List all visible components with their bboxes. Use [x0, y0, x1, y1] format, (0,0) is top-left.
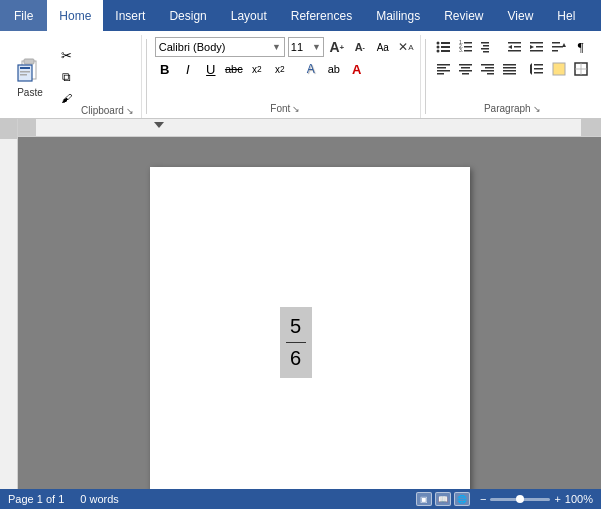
font-grow-button[interactable]: A+: [327, 37, 347, 57]
italic-button[interactable]: I: [178, 59, 198, 79]
subscript-button[interactable]: x2: [247, 59, 267, 79]
svg-rect-32: [552, 50, 558, 52]
read-mode-button[interactable]: 📖: [435, 492, 451, 506]
page[interactable]: 5 6: [150, 167, 470, 489]
tab-mailings[interactable]: Mailings: [364, 0, 432, 31]
align-left-button[interactable]: [434, 59, 454, 79]
clipboard-expand[interactable]: ↘: [126, 106, 134, 116]
horizontal-ruler: [18, 119, 601, 137]
show-formatting-button[interactable]: ¶: [571, 37, 591, 57]
font-shrink-button[interactable]: A-: [350, 37, 370, 57]
align-right-button[interactable]: [478, 59, 498, 79]
fraction-denominator: 6: [290, 347, 301, 370]
decrease-indent-button[interactable]: [505, 37, 525, 57]
cut-button[interactable]: ✂: [52, 46, 80, 66]
svg-rect-11: [441, 50, 450, 52]
svg-rect-7: [441, 42, 450, 44]
bold-button[interactable]: B: [155, 59, 175, 79]
svg-rect-34: [437, 64, 450, 66]
svg-rect-50: [534, 64, 543, 66]
para-row1: 1.2.3. ¶: [434, 37, 591, 57]
svg-rect-17: [464, 50, 472, 52]
tab-insert[interactable]: Insert: [103, 0, 157, 31]
tab-home[interactable]: Home: [47, 0, 103, 31]
zoom-percent: 100%: [565, 493, 593, 505]
line-spacing-button[interactable]: [527, 59, 547, 79]
svg-rect-36: [437, 70, 450, 72]
copy-icon: ⧉: [62, 70, 71, 84]
ruler-left-margin: [18, 119, 36, 136]
status-bar-right: ▣ 📖 🌐 − + 100%: [416, 492, 593, 506]
svg-rect-46: [503, 64, 516, 66]
bullets-button[interactable]: [434, 37, 454, 57]
strikethrough-button[interactable]: abc: [224, 59, 244, 79]
paragraph-group-inner: 1.2.3. ¶: [434, 37, 591, 79]
svg-rect-9: [441, 46, 450, 48]
page-count: Page 1 of 1: [8, 493, 64, 505]
svg-point-10: [436, 50, 439, 53]
svg-rect-51: [534, 68, 543, 70]
print-layout-button[interactable]: ▣: [416, 492, 432, 506]
svg-rect-31: [552, 46, 563, 48]
sort-button[interactable]: [549, 37, 569, 57]
justify-button[interactable]: [500, 59, 520, 79]
svg-marker-27: [530, 45, 534, 49]
svg-rect-41: [462, 73, 469, 75]
tab-help[interactable]: Hel: [545, 0, 587, 31]
svg-rect-3: [20, 67, 30, 69]
document-area[interactable]: 5 6: [18, 137, 601, 489]
tab-references[interactable]: References: [279, 0, 364, 31]
ruler-left-indent-marker[interactable]: [154, 122, 164, 128]
format-painter-icon: 🖌: [61, 92, 72, 104]
svg-rect-40: [459, 70, 472, 72]
web-layout-button[interactable]: 🌐: [454, 492, 470, 506]
tab-design[interactable]: Design: [157, 0, 218, 31]
font-size-input[interactable]: 11 ▼: [288, 37, 324, 57]
copy-button[interactable]: ⧉: [52, 67, 80, 87]
vertical-ruler: [0, 119, 18, 489]
svg-rect-38: [459, 64, 472, 66]
shading-button[interactable]: [549, 59, 569, 79]
clear-formatting-button[interactable]: ✕A: [396, 37, 416, 57]
paste-icon: [14, 55, 46, 87]
increase-indent-button[interactable]: [527, 37, 547, 57]
clipboard-group: Paste ✂ ⧉ 🖌 Clipboard ↘: [4, 35, 142, 118]
superscript-button[interactable]: x2: [270, 59, 290, 79]
zoom-in-button[interactable]: +: [554, 493, 560, 505]
svg-marker-33: [562, 43, 566, 47]
tab-file[interactable]: File: [0, 0, 47, 31]
svg-rect-20: [481, 48, 489, 50]
svg-rect-42: [481, 64, 494, 66]
svg-rect-22: [508, 42, 521, 44]
tab-layout[interactable]: Layout: [219, 0, 279, 31]
borders-button[interactable]: [571, 59, 591, 79]
highlight-color-button[interactable]: ab: [324, 59, 344, 79]
svg-rect-44: [481, 70, 494, 72]
underline-button[interactable]: U: [201, 59, 221, 79]
ruler-right-margin: [581, 119, 601, 136]
align-center-button[interactable]: [456, 59, 476, 79]
font-expand[interactable]: ↘: [292, 104, 300, 114]
numbering-button[interactable]: 1.2.3.: [456, 37, 476, 57]
svg-rect-54: [553, 63, 565, 75]
text-effects-button[interactable]: A: [301, 59, 321, 79]
font-color-button[interactable]: A: [347, 59, 367, 79]
font-name-input[interactable]: Calibri (Body) ▼: [155, 37, 285, 57]
svg-rect-24: [514, 46, 521, 48]
svg-rect-30: [552, 42, 560, 44]
font-group-inner: Calibri (Body) ▼ 11 ▼ A+ A- Aa ✕A B I U: [155, 37, 416, 103]
tab-review[interactable]: Review: [432, 0, 495, 31]
zoom-out-button[interactable]: −: [480, 493, 486, 505]
format-painter-button[interactable]: 🖌: [52, 88, 80, 108]
clipboard-group-label: Clipboard: [81, 105, 124, 116]
font-row2: B I U abc x2 x2 A ab A: [155, 59, 416, 79]
multilevel-list-button[interactable]: [478, 37, 498, 57]
zoom-track[interactable]: [490, 498, 550, 501]
change-case-button[interactable]: Aa: [373, 37, 393, 57]
ruler-tick-container: [36, 119, 581, 136]
paragraph-expand[interactable]: ↘: [533, 104, 541, 114]
svg-rect-52: [534, 72, 543, 74]
tab-view[interactable]: View: [496, 0, 546, 31]
paste-button[interactable]: Paste: [8, 37, 52, 116]
view-buttons: ▣ 📖 🌐: [416, 492, 470, 506]
